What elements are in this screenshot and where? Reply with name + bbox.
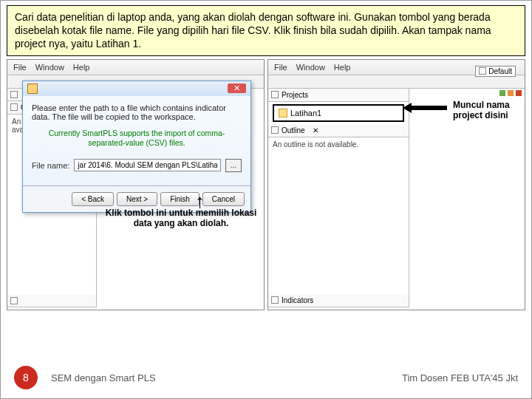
footer-author: Tim Dosen FEB UTA'45 Jkt [402, 372, 518, 383]
project-tree-item[interactable]: Latihan1 [273, 104, 404, 122]
finish-button[interactable]: Finish [160, 192, 200, 206]
slide-footer: 8 SEM dengan Smart PLS Tim Dosen FEB UTA… [1, 366, 531, 389]
project-name-label: Latihan1 [290, 109, 321, 117]
menu-file[interactable]: File [13, 63, 27, 72]
cancel-button[interactable]: Cancel [202, 192, 245, 206]
menu-window[interactable]: Window [296, 63, 325, 72]
close-icon[interactable]: ✕ [228, 83, 246, 93]
close-icon[interactable]: ✕ [313, 126, 318, 134]
file-name-label: File name: [32, 161, 69, 170]
toolbar-right: Default [268, 75, 525, 89]
projects-pane-head: Projects [268, 89, 409, 102]
outline-pane-head: Outline ✕ [268, 124, 409, 137]
outline-message: An outline is not available. [268, 137, 409, 294]
dialog-intro: Please enter the path to a file which co… [32, 103, 242, 121]
svg-marker-0 [403, 103, 447, 113]
indicator-status-icons [409, 89, 525, 98]
dialog-format-note: Currently SmartPLS supports the import o… [32, 129, 242, 149]
menu-help[interactable]: Help [73, 63, 90, 72]
menu-file[interactable]: File [274, 63, 287, 72]
next-button[interactable]: Next > [117, 192, 157, 206]
menu-window[interactable]: Window [35, 63, 64, 72]
browse-button[interactable]: ... [225, 159, 242, 172]
indicators-pane-head: Indicators [268, 294, 409, 307]
back-button[interactable]: < Back [72, 192, 114, 206]
indicators-pane-head [7, 295, 96, 307]
import-dialog: ✕ Please enter the path to a file which … [22, 81, 251, 213]
default-badge[interactable]: Default [475, 66, 516, 77]
menubar: File Window Help [7, 60, 264, 75]
annotation-project-name: Muncul nama project disini [453, 100, 525, 121]
screenshot-left: File Window Help O An outline is not ava… [7, 59, 265, 310]
annotation-browse: Klik tombol ini untuk memilih lokasi dat… [103, 208, 259, 228]
dialog-icon [27, 83, 38, 94]
footer-title: SEM dengan Smart PLS [51, 372, 156, 383]
instruction-callout: Cari data penelitian di laptop anda, yan… [7, 5, 525, 56]
file-name-input[interactable] [74, 159, 221, 171]
arrow-left-icon [403, 103, 447, 116]
page-number: 8 [14, 366, 38, 389]
screenshot-right: File Window Help Default Projects Latiha… [267, 59, 525, 310]
folder-icon [279, 109, 287, 117]
menu-help[interactable]: Help [334, 63, 351, 72]
